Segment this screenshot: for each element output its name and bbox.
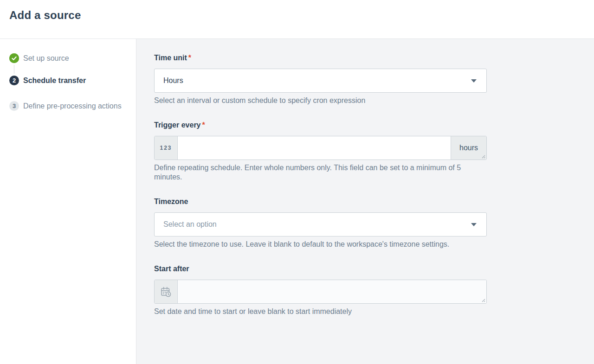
start-after-label: Start after (154, 264, 487, 273)
time-unit-label: Time unit* (154, 53, 487, 62)
schedule-transfer-panel: Time unit* Hours Select an interval or c… (136, 39, 594, 364)
steps-sidebar: Set up source 2 Schedule transfer 3 Defi… (0, 39, 136, 364)
time-unit-field-group: Time unit* Hours Select an interval or c… (154, 53, 487, 105)
timezone-label: Timezone (154, 197, 487, 206)
step-label: Define pre-processing actions (23, 102, 122, 110)
chevron-down-icon (471, 79, 477, 83)
trigger-every-unit-suffix: hours (451, 136, 486, 160)
start-after-input-group (154, 280, 487, 304)
start-after-helper-text: Set date and time to start or leave blan… (154, 307, 487, 316)
resize-grip-icon[interactable] (480, 153, 485, 159)
required-asterisk: * (188, 54, 191, 62)
start-after-input[interactable] (178, 280, 486, 303)
step-define-pre-processing-actions[interactable]: 3 Define pre-processing actions (9, 101, 129, 111)
step-label: Schedule transfer (23, 77, 86, 85)
time-unit-helper-text: Select an interval or custom schedule to… (154, 96, 487, 105)
timezone-select[interactable]: Select an option (154, 212, 487, 236)
timezone-field-group: Timezone Select an option Select the tim… (154, 197, 487, 249)
time-unit-selected-value: Hours (163, 77, 183, 85)
time-unit-select[interactable]: Hours (154, 69, 487, 93)
calendar-clock-icon[interactable] (155, 280, 178, 303)
step-number-badge: 3 (9, 101, 19, 111)
trigger-every-input-group: 123 hours (154, 136, 487, 160)
step-set-up-source[interactable]: Set up source (9, 53, 129, 63)
step-label: Set up source (23, 54, 69, 63)
chevron-down-icon (471, 223, 477, 226)
step-number-badge: 2 (9, 76, 19, 85)
start-after-field-group: Start after (154, 264, 487, 316)
step-schedule-transfer[interactable]: 2 Schedule transfer (9, 76, 129, 85)
trigger-every-field-group: Trigger every* 123 hours Define repeatin… (154, 121, 487, 182)
numeric-123-icon: 123 (155, 136, 178, 160)
trigger-every-label: Trigger every* (154, 121, 487, 129)
step-connector-line (14, 65, 14, 74)
required-asterisk: * (202, 121, 205, 129)
step-completed-check-icon (9, 53, 19, 63)
timezone-placeholder: Select an option (163, 220, 217, 229)
page-header: Add a source (0, 0, 594, 39)
timezone-helper-text: Select the timezone to use. Leave it bla… (154, 240, 487, 249)
trigger-every-input[interactable] (178, 136, 451, 160)
trigger-every-helper-text: Define repeating schedule. Enter whole n… (154, 163, 487, 182)
page-title: Add a source (9, 9, 585, 22)
